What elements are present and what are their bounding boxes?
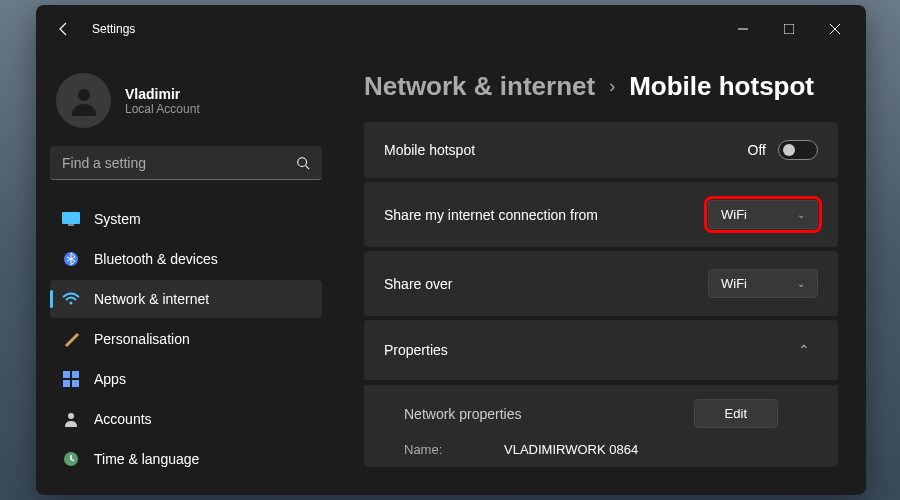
nav-item-apps[interactable]: Apps [50, 360, 322, 398]
minimize-button[interactable] [720, 13, 766, 45]
toggle-state-text: Off [748, 142, 766, 158]
dropdown-value: WiFi [721, 207, 747, 222]
name-row: Name: VLADIMIRWORK 0864 [404, 442, 818, 457]
chevron-right-icon: › [609, 76, 615, 97]
content-area: Vladimir Local Account System Bluetooth … [36, 53, 866, 495]
settings-window: Settings Vladimir Local Account [36, 5, 866, 495]
svg-rect-7 [62, 212, 80, 224]
svg-rect-1 [784, 24, 794, 34]
titlebar: Settings [36, 5, 866, 53]
search-input[interactable] [62, 155, 296, 171]
svg-rect-14 [72, 380, 79, 387]
main-panel: Network & internet › Mobile hotspot Mobi… [336, 53, 866, 495]
dropdown-value: WiFi [721, 276, 747, 291]
hotspot-toggle[interactable] [778, 140, 818, 160]
sidebar: Vladimir Local Account System Bluetooth … [36, 53, 336, 495]
svg-rect-8 [68, 224, 74, 226]
properties-card[interactable]: Properties ⌃ [364, 320, 838, 381]
share-over-card: Share over WiFi ⌄ [364, 251, 838, 316]
name-value: VLADIMIRWORK 0864 [504, 442, 638, 457]
share-over-label: Share over [384, 276, 452, 292]
toggle-wrap: Off [748, 140, 818, 160]
nav-item-bluetooth[interactable]: Bluetooth & devices [50, 240, 322, 278]
nav-item-time[interactable]: Time & language [50, 440, 322, 478]
nav-label: Accounts [94, 411, 152, 427]
svg-point-10 [70, 302, 73, 305]
apps-icon [62, 370, 80, 388]
minimize-icon [738, 24, 748, 34]
wifi-icon [62, 290, 80, 308]
window-controls [720, 13, 858, 45]
nav-label: System [94, 211, 141, 227]
nav-list: System Bluetooth & devices Network & int… [50, 200, 322, 478]
nav-item-system[interactable]: System [50, 200, 322, 238]
network-properties-row: Network properties Edit [404, 399, 818, 428]
maximize-button[interactable] [766, 13, 812, 45]
hotspot-toggle-label: Mobile hotspot [384, 142, 475, 158]
avatar [56, 73, 111, 128]
nav-label: Apps [94, 371, 126, 387]
svg-point-4 [78, 89, 90, 101]
share-over-dropdown[interactable]: WiFi ⌄ [708, 269, 818, 298]
system-icon [62, 210, 80, 228]
share-from-label: Share my internet connection from [384, 207, 598, 223]
bluetooth-icon [62, 250, 80, 268]
maximize-icon [784, 24, 794, 34]
time-icon [62, 450, 80, 468]
search-icon [296, 156, 310, 170]
chevron-down-icon: ⌄ [797, 209, 805, 220]
nav-label: Bluetooth & devices [94, 251, 218, 267]
close-button[interactable] [812, 13, 858, 45]
nav-label: Time & language [94, 451, 199, 467]
properties-label: Properties [384, 342, 448, 358]
svg-rect-12 [72, 371, 79, 378]
svg-point-5 [298, 157, 307, 166]
edit-button[interactable]: Edit [694, 399, 778, 428]
nav-item-personalisation[interactable]: Personalisation [50, 320, 322, 358]
chevron-down-icon: ⌄ [797, 278, 805, 289]
network-properties-label: Network properties [404, 406, 522, 422]
user-info: Vladimir Local Account [125, 86, 200, 116]
nav-item-network[interactable]: Network & internet [50, 280, 322, 318]
breadcrumb-current: Mobile hotspot [629, 71, 814, 102]
close-icon [830, 24, 840, 34]
arrow-left-icon [56, 21, 72, 37]
nav-item-accounts[interactable]: Accounts [50, 400, 322, 438]
svg-line-6 [306, 165, 310, 169]
person-icon [66, 83, 102, 119]
nav-label: Personalisation [94, 331, 190, 347]
svg-rect-11 [63, 371, 70, 378]
nav-label: Network & internet [94, 291, 209, 307]
hotspot-toggle-card: Mobile hotspot Off [364, 122, 838, 178]
user-section[interactable]: Vladimir Local Account [50, 59, 322, 146]
search-box[interactable] [50, 146, 322, 180]
back-button[interactable] [44, 9, 84, 49]
user-name: Vladimir [125, 86, 200, 102]
breadcrumb-parent[interactable]: Network & internet [364, 71, 595, 102]
svg-point-15 [68, 413, 74, 419]
breadcrumb: Network & internet › Mobile hotspot [364, 71, 838, 102]
properties-content: Network properties Edit Name: VLADIMIRWO… [364, 385, 838, 467]
brush-icon [62, 330, 80, 348]
accounts-icon [62, 410, 80, 428]
share-from-card: Share my internet connection from WiFi ⌄ [364, 182, 838, 247]
svg-rect-13 [63, 380, 70, 387]
name-label: Name: [404, 442, 464, 457]
chevron-up-icon[interactable]: ⌃ [790, 338, 818, 362]
share-from-dropdown[interactable]: WiFi ⌄ [708, 200, 818, 229]
window-title: Settings [92, 22, 720, 36]
user-account-type: Local Account [125, 102, 200, 116]
